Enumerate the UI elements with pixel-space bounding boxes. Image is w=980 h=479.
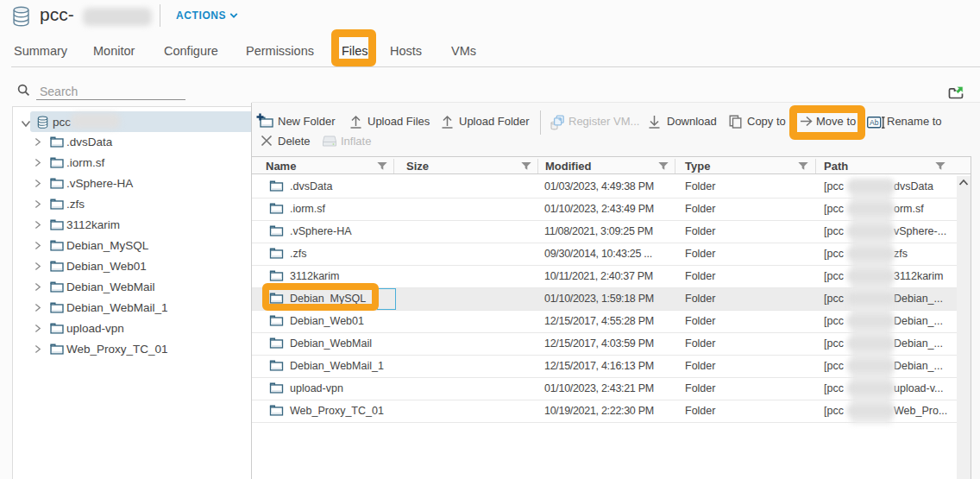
svg-text:Ab: Ab <box>870 118 879 127</box>
